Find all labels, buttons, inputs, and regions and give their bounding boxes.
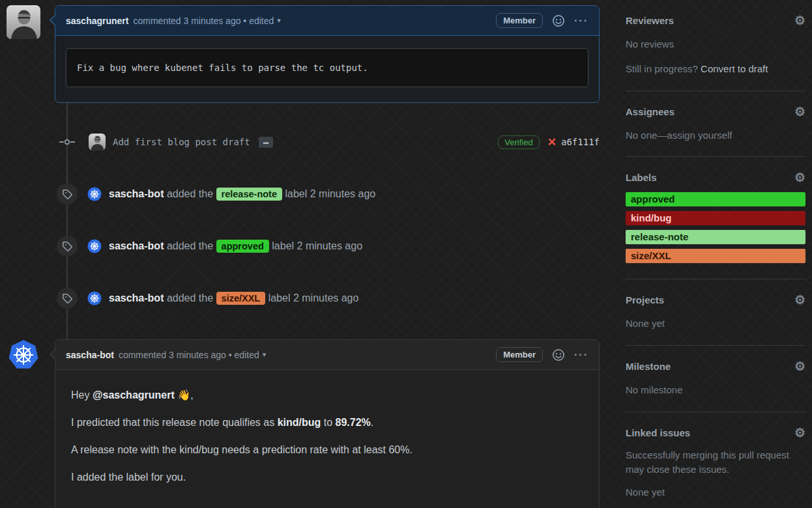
event-timestamp: label 2 minutes ago: [268, 292, 359, 303]
event-actor[interactable]: sascha-bot: [109, 292, 164, 303]
projects-empty-text: None yet: [626, 317, 805, 331]
user-avatar-image: [7, 5, 40, 39]
commit-description-expander[interactable]: …: [259, 137, 273, 148]
label-chip[interactable]: release-note: [216, 188, 282, 201]
gear-icon[interactable]: ⚙: [794, 171, 805, 184]
comment-paragraph: I predicted that this release note quali…: [71, 417, 583, 429]
add-reaction-icon[interactable]: [552, 14, 565, 27]
comment-paragraph: I added the label for you.: [71, 472, 583, 483]
gear-icon[interactable]: ⚙: [794, 14, 805, 27]
event-actor[interactable]: sascha-bot: [109, 188, 164, 199]
sidebar-label-size-xxl[interactable]: size/XXL: [626, 249, 805, 263]
pr-description-comment: saschagrunert commented 3 minutes ago • …: [55, 5, 600, 103]
edited-dropdown-caret[interactable]: ▾: [277, 16, 281, 25]
wave-emoji: 👋: [177, 389, 190, 401]
comment-header: saschagrunert commented 3 minutes ago • …: [55, 6, 599, 36]
comment-author[interactable]: saschagrunert: [66, 16, 128, 26]
sidebar-label-approved[interactable]: approved: [626, 192, 805, 206]
verified-badge[interactable]: Verified: [498, 135, 539, 149]
release-note-code-block: Fix a bug where kubenet fails to parse t…: [66, 48, 588, 87]
comment-header: sascha-bot commented 3 minutes ago • edi…: [55, 340, 599, 370]
tag-icon: [57, 288, 78, 309]
draft-hint-text: Still in progress?: [626, 63, 698, 74]
section-title: Reviewers: [626, 15, 674, 26]
sidebar-section-linked-issues: Linked issues⚙ Successfully merging this…: [626, 412, 805, 508]
member-badge: Member: [496, 347, 543, 362]
label-event-row: sascha-bot added the release-note label …: [55, 183, 600, 205]
comment-caret: [51, 348, 57, 360]
section-title: Milestone: [626, 361, 671, 372]
label-chip[interactable]: size/XXL: [216, 292, 266, 305]
event-timestamp: label 2 minutes ago: [285, 188, 375, 199]
gear-icon[interactable]: ⚙: [794, 427, 805, 439]
sidebar-section-reviewers: Reviewers⚙ No reviews Still in progress?…: [626, 0, 805, 91]
milestone-empty-text: No milestone: [626, 383, 805, 397]
comment-body: Fix a bug where kubenet fails to parse t…: [55, 36, 599, 100]
commit-author-avatar[interactable]: [89, 134, 106, 150]
bot-avatar-kubernetes[interactable]: [87, 187, 102, 201]
git-commit-icon: [59, 137, 75, 147]
comment-caret: [51, 14, 57, 26]
bot-comment: sascha-bot commented 3 minutes ago • edi…: [55, 339, 600, 508]
commit-sha[interactable]: a6f111f: [561, 137, 600, 147]
bot-avatar-kubernetes[interactable]: [87, 291, 102, 305]
sidebar-section-milestone: Milestone⚙ No milestone: [626, 346, 805, 412]
section-title: Labels: [626, 172, 657, 183]
event-text: added the: [167, 240, 213, 251]
kebab-menu-icon[interactable]: ···: [574, 15, 588, 27]
assignees-empty-text[interactable]: No one—assign yourself: [626, 128, 805, 143]
event-timestamp: label 2 minutes ago: [272, 240, 362, 251]
comment-paragraph: A release note with the kind/bug needs a…: [71, 444, 583, 456]
label-event-row: sascha-bot added the size/XXL label 2 mi…: [55, 287, 600, 309]
sidebar-section-projects: Projects⚙ None yet: [626, 279, 805, 346]
pr-sidebar: Reviewers⚙ No reviews Still in progress?…: [626, 0, 805, 508]
label-event-row: sascha-bot added the approved label 2 mi…: [55, 235, 600, 257]
event-text: added the: [167, 292, 213, 303]
comment-meta: commented 3 minutes ago • edited: [133, 16, 274, 26]
user-mention[interactable]: @saschagrunert: [93, 389, 175, 401]
sidebar-label-release-note[interactable]: release-note: [626, 230, 805, 244]
tag-icon: [57, 184, 78, 205]
sidebar-section-assignees: Assignees⚙ No one—assign yourself: [626, 91, 805, 158]
user-avatar[interactable]: [7, 5, 40, 39]
kubernetes-logo-icon: [8, 339, 39, 371]
commit-row: Add first blog post draft … Verified ✕ a…: [55, 133, 600, 151]
bot-avatar-kubernetes[interactable]: [8, 339, 39, 371]
gear-icon[interactable]: ⚙: [794, 294, 805, 306]
event-actor[interactable]: sascha-bot: [109, 240, 164, 251]
comment-meta: commented 3 minutes ago • edited: [119, 350, 259, 360]
linked-issues-empty-text: None yet: [626, 485, 805, 500]
edited-dropdown-caret[interactable]: ▾: [263, 350, 267, 359]
section-title: Projects: [626, 294, 664, 305]
comment-body: Hey @saschagrunert 👋, I predicted that t…: [55, 370, 599, 499]
comment-paragraph: Hey @saschagrunert 👋,: [71, 389, 583, 401]
section-title: Linked issues: [626, 427, 690, 438]
member-badge: Member: [496, 13, 543, 28]
tag-icon: [57, 236, 78, 257]
convert-to-draft-link[interactable]: Convert to draft: [701, 63, 768, 74]
gear-icon[interactable]: ⚙: [794, 106, 805, 118]
label-chip[interactable]: approved: [216, 240, 269, 253]
reviewers-empty-text: No reviews: [626, 37, 805, 51]
gear-icon[interactable]: ⚙: [794, 360, 805, 373]
add-reaction-icon[interactable]: [552, 348, 565, 361]
linked-issues-desc: Successfully merging this pull request m…: [626, 448, 805, 477]
sidebar-label-kind-bug[interactable]: kind/bug: [626, 211, 805, 225]
commit-message[interactable]: Add first blog post draft: [113, 137, 250, 147]
section-title: Assignees: [626, 106, 674, 117]
comment-author[interactable]: sascha-bot: [66, 350, 114, 360]
bot-avatar-kubernetes[interactable]: [87, 239, 102, 253]
status-failed-x-icon[interactable]: ✕: [547, 135, 557, 149]
pr-conversation-timeline: saschagrunert commented 3 minutes ago • …: [55, 0, 600, 508]
sidebar-section-labels: Labels⚙ approved kind/bug release-note s…: [626, 157, 805, 279]
event-text: added the: [167, 188, 213, 199]
kebab-menu-icon[interactable]: ···: [574, 349, 588, 361]
